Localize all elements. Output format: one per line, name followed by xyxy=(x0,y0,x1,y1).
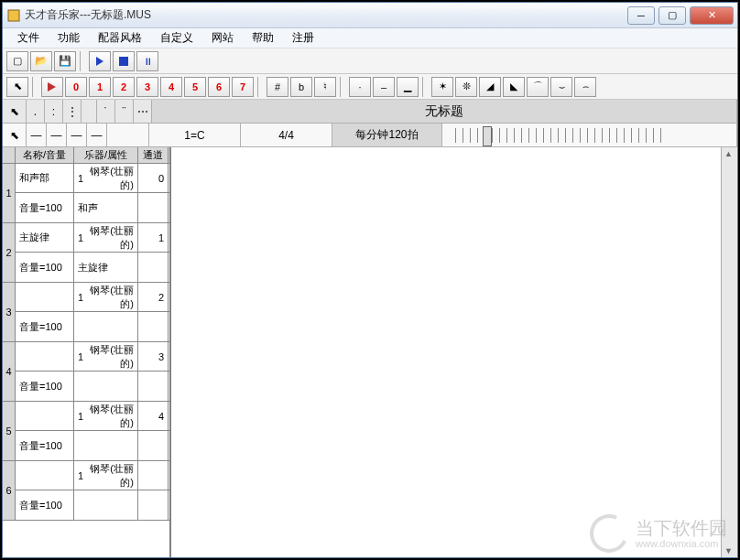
menu-website[interactable]: 网站 xyxy=(202,28,243,48)
track-instrument[interactable]: 1钢琴(壮丽的) xyxy=(74,402,138,430)
minimize-button[interactable]: ─ xyxy=(627,6,655,25)
slur-up-button[interactable]: ⌒ xyxy=(527,77,549,97)
menu-custom[interactable]: 自定义 xyxy=(151,28,202,48)
note-2[interactable]: 2 xyxy=(113,77,135,97)
decrescendo-button[interactable]: ◣ xyxy=(503,77,525,97)
track-row[interactable]: 31钢琴(壮丽的)2音量=100 xyxy=(3,283,169,342)
menu-file[interactable]: 文件 xyxy=(8,28,49,48)
track-channel[interactable] xyxy=(138,461,169,490)
tempo-label[interactable]: 每分钟120拍 xyxy=(332,124,442,146)
track-volume[interactable]: 音量=100 xyxy=(16,372,74,401)
tempo-slider[interactable] xyxy=(455,128,666,143)
dash-button[interactable]: – xyxy=(373,77,395,97)
track-name[interactable]: 主旋律 xyxy=(16,223,74,252)
track-attribute[interactable] xyxy=(74,372,138,401)
cursor-tool-3[interactable] xyxy=(3,124,27,146)
track-channel[interactable]: 3 xyxy=(138,342,169,371)
vertical-scrollbar[interactable] xyxy=(721,147,737,557)
separator xyxy=(340,77,345,97)
titlebar: 天才音乐家---无标题.MUS ─ ▢ ✕ xyxy=(3,3,737,28)
sharp-button[interactable]: # xyxy=(267,77,288,97)
track-name[interactable] xyxy=(16,402,74,430)
doubledot-hi-button[interactable]: ¨ xyxy=(115,100,134,123)
track-attribute[interactable]: 和声 xyxy=(74,193,138,222)
note-3[interactable]: 3 xyxy=(136,77,158,97)
track-name[interactable] xyxy=(16,461,74,490)
doubledot-lo-button[interactable]: : xyxy=(45,100,63,123)
pause-icon xyxy=(143,56,153,67)
new-button[interactable] xyxy=(6,51,28,71)
tripledot-hi-button[interactable]: ⋯ xyxy=(134,100,152,123)
menu-function[interactable]: 功能 xyxy=(49,28,89,48)
menu-help[interactable]: 帮助 xyxy=(243,28,283,48)
note-5[interactable]: 5 xyxy=(184,77,206,97)
cursor-tool-2[interactable] xyxy=(3,100,27,123)
maximize-button[interactable]: ▢ xyxy=(658,6,686,25)
save-button[interactable] xyxy=(54,51,76,71)
track-row[interactable]: 41钢琴(壮丽的)3音量=100 xyxy=(3,342,169,402)
ornament-2[interactable]: ❊ xyxy=(455,77,477,97)
document-title[interactable]: 无标题 xyxy=(152,100,737,123)
track-row[interactable]: 1和声部1钢琴(壮丽的)0音量=100和声 xyxy=(3,164,169,223)
underline-button[interactable]: ▁ xyxy=(397,77,419,97)
track-channel[interactable]: 0 xyxy=(138,164,169,192)
track-volume[interactable]: 音量=100 xyxy=(16,193,74,222)
track-volume[interactable]: 音量=100 xyxy=(16,431,74,460)
track-attribute[interactable] xyxy=(74,431,138,460)
dot-hi-button[interactable]: ˙ xyxy=(97,100,115,123)
track-name[interactable] xyxy=(16,283,74,311)
track-instrument[interactable]: 1钢琴(壮丽的) xyxy=(74,461,138,490)
nav-first[interactable]: — xyxy=(27,124,47,146)
close-button[interactable]: ✕ xyxy=(690,6,734,25)
pause-button[interactable] xyxy=(136,51,158,71)
track-name[interactable] xyxy=(16,342,74,371)
track-instrument[interactable]: 1钢琴(壮丽的) xyxy=(74,342,138,371)
track-volume[interactable]: 音量=100 xyxy=(16,490,74,520)
ornament-1[interactable]: ✶ xyxy=(431,77,453,97)
nav-prev[interactable]: — xyxy=(47,124,67,146)
track-instrument[interactable]: 1钢琴(壮丽的) xyxy=(74,223,138,252)
track-channel[interactable]: 1 xyxy=(138,223,169,252)
track-row[interactable]: 2主旋律1钢琴(壮丽的)1音量=100主旋律 xyxy=(3,223,169,283)
track-attribute[interactable] xyxy=(74,490,138,520)
nav-last[interactable]: — xyxy=(87,124,107,146)
track-row[interactable]: 61钢琴(壮丽的)音量=100 xyxy=(3,461,169,521)
menu-register[interactable]: 注册 xyxy=(283,28,323,48)
dot-button[interactable]: · xyxy=(349,77,371,97)
note-1[interactable]: 1 xyxy=(89,77,111,97)
track-instrument[interactable]: 1钢琴(壮丽的) xyxy=(74,164,138,192)
slur-down-button[interactable]: ⌣ xyxy=(550,77,572,97)
time-signature[interactable]: 4/4 xyxy=(241,124,332,146)
crescendo-button[interactable]: ◢ xyxy=(479,77,501,97)
track-attribute[interactable] xyxy=(74,312,138,341)
cursor-tool[interactable] xyxy=(6,77,28,97)
nav-next[interactable]: — xyxy=(67,124,87,146)
play-button[interactable] xyxy=(89,51,111,71)
open-button[interactable] xyxy=(30,51,52,71)
note-0[interactable]: 0 xyxy=(65,77,87,97)
track-attribute[interactable]: 主旋律 xyxy=(74,253,138,282)
track-name[interactable]: 和声部 xyxy=(16,164,74,192)
note-6[interactable]: 6 xyxy=(208,77,230,97)
tripledot-lo-button[interactable]: ⋮ xyxy=(63,100,82,123)
key-signature[interactable]: 1=C xyxy=(149,124,241,146)
save-icon xyxy=(59,55,71,67)
track-instrument[interactable]: 1钢琴(壮丽的) xyxy=(74,283,138,311)
svg-marker-1 xyxy=(48,82,56,92)
track-volume[interactable]: 音量=100 xyxy=(16,253,74,282)
track-channel[interactable]: 4 xyxy=(138,402,169,430)
score-canvas[interactable] xyxy=(171,147,721,557)
menu-arrange-style[interactable]: 配器风格 xyxy=(89,28,151,48)
flat-button[interactable]: b xyxy=(290,77,312,97)
dot-lo-button[interactable]: . xyxy=(27,100,45,123)
tie-button[interactable]: ⌢ xyxy=(574,77,596,97)
note-7[interactable]: 7 xyxy=(232,77,254,97)
track-channel[interactable]: 2 xyxy=(138,283,169,311)
note-4[interactable]: 4 xyxy=(160,77,182,97)
separator xyxy=(80,51,85,71)
stop-button[interactable] xyxy=(113,51,135,71)
natural-button[interactable]: ♮ xyxy=(314,77,336,97)
track-volume[interactable]: 音量=100 xyxy=(16,312,74,341)
track-row[interactable]: 51钢琴(壮丽的)4音量=100 xyxy=(3,402,169,461)
flag-tool[interactable] xyxy=(41,77,63,97)
